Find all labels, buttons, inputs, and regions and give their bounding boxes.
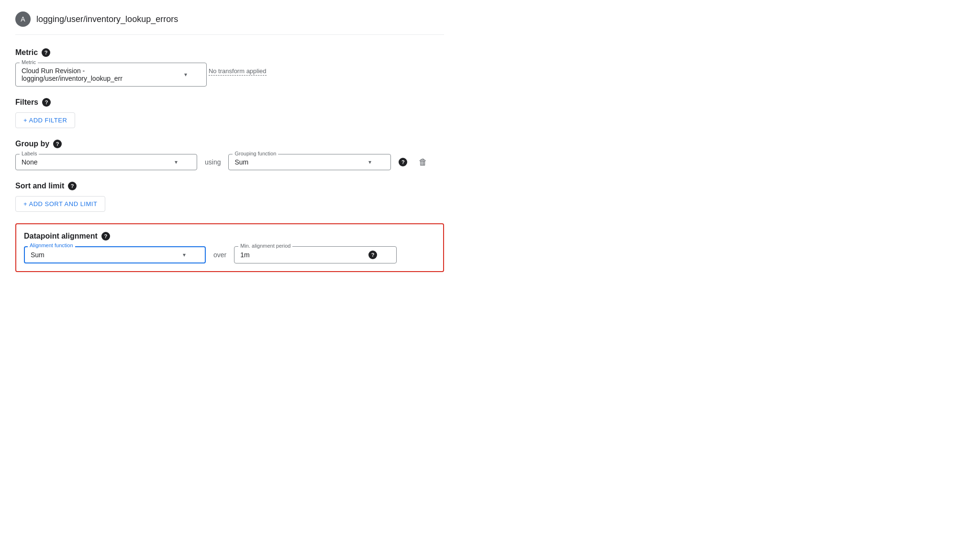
sort-limit-header: Sort and limit ? (15, 182, 444, 190)
metric-select-container: Metric Cloud Run Revision - logging/user… (15, 63, 207, 87)
alignment-function-select[interactable]: Alignment function Sum ▾ (24, 246, 206, 263)
metric-help-icon[interactable]: ? (42, 48, 50, 57)
metric-chevron-icon: ▾ (184, 71, 187, 78)
over-label: over (213, 251, 226, 259)
datapoint-alignment-section: Datapoint alignment ? Alignment function… (15, 223, 444, 272)
filters-label: Filters (15, 98, 38, 107)
min-alignment-container: Min. alignment period 1m ? (234, 246, 397, 263)
alignment-function-value: Sum (31, 251, 45, 259)
metric-selected-value: Cloud Run Revision - logging/user/invent… (22, 67, 180, 82)
add-sort-limit-button[interactable]: + ADD SORT AND LIMIT (15, 196, 105, 212)
sort-limit-section: Sort and limit ? + ADD SORT AND LIMIT (15, 182, 444, 212)
labels-field-label: Labels (20, 151, 39, 156)
grouping-function-value: Sum (234, 158, 248, 166)
metric-select[interactable]: Metric Cloud Run Revision - logging/user… (15, 63, 207, 87)
labels-select[interactable]: Labels None ▾ (15, 154, 197, 170)
metric-section-header: Metric ? (15, 48, 444, 57)
min-alignment-help-icon[interactable]: ? (368, 251, 377, 259)
datapoint-alignment-header: Datapoint alignment ? (24, 232, 435, 241)
delete-group-by-icon[interactable]: 🗑 (419, 157, 427, 167)
group-by-section-header: Group by ? (15, 140, 444, 148)
group-by-row: Labels None ▾ using Grouping function Su… (15, 154, 444, 170)
min-alignment-select[interactable]: Min. alignment period 1m ? (234, 246, 397, 263)
labels-chevron-icon: ▾ (175, 159, 178, 165)
group-by-section: Group by ? Labels None ▾ using Grouping … (15, 140, 444, 170)
filters-section-header: Filters ? (15, 98, 444, 107)
sort-limit-label: Sort and limit (15, 182, 64, 190)
group-by-help-icon[interactable]: ? (53, 140, 62, 148)
metric-label: Metric (15, 48, 38, 57)
labels-value: None (22, 158, 37, 166)
sort-limit-help-icon[interactable]: ? (68, 182, 77, 190)
filters-help-icon[interactable]: ? (42, 98, 51, 107)
metric-section: Metric ? Metric Cloud Run Revision - log… (15, 48, 444, 87)
no-transform-link[interactable]: No transform applied (209, 67, 267, 76)
alignment-row: Alignment function Sum ▾ over Min. align… (24, 246, 435, 263)
metric-field-label: Metric (20, 59, 38, 65)
labels-select-container: Labels None ▾ (15, 154, 197, 170)
add-filter-button[interactable]: + ADD FILTER (15, 112, 75, 128)
alignment-function-field-label: Alignment function (28, 242, 75, 248)
filters-section: Filters ? + ADD FILTER (15, 98, 444, 128)
group-by-label: Group by (15, 140, 49, 148)
grouping-function-select[interactable]: Grouping function Sum ▾ (228, 154, 391, 170)
datapoint-alignment-help-icon[interactable]: ? (101, 232, 110, 241)
alignment-function-container: Alignment function Sum ▾ (24, 246, 206, 263)
grouping-function-container: Grouping function Sum ▾ (228, 154, 391, 170)
alignment-chevron-icon: ▾ (183, 252, 186, 258)
datapoint-alignment-label: Datapoint alignment (24, 232, 98, 241)
avatar: A (15, 11, 31, 27)
min-alignment-value: 1m (240, 251, 249, 259)
grouping-chevron-icon: ▾ (368, 159, 371, 165)
using-label: using (205, 158, 221, 166)
grouping-function-help-icon[interactable]: ? (399, 158, 407, 166)
page-title: logging/user/inventory_lookup_errors (36, 14, 178, 24)
min-alignment-field-label: Min. alignment period (238, 243, 292, 249)
page-header: A logging/user/inventory_lookup_errors (15, 11, 444, 35)
grouping-function-label: Grouping function (233, 151, 278, 156)
